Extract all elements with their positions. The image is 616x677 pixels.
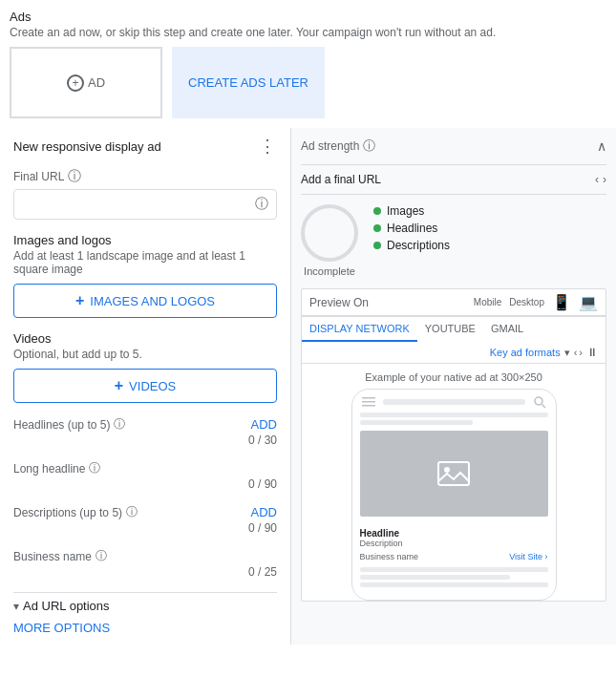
- svg-rect-2: [362, 405, 375, 407]
- svg-point-3: [535, 397, 542, 405]
- final-url-input[interactable]: ⓘ: [13, 189, 277, 220]
- ads-section-title: Ads: [10, 10, 606, 24]
- strength-content: Incomplete Images Headlines Descriptions: [301, 204, 606, 277]
- descriptions-add-link[interactable]: ADD: [251, 505, 277, 519]
- key-formats-row: Key ad formats ▾ ‹ › ⏸: [302, 342, 605, 364]
- arrow-left-icon[interactable]: ‹: [595, 173, 599, 186]
- incomplete-label: Incomplete: [304, 265, 355, 277]
- page: Ads Create an ad now, or skip this step …: [0, 0, 616, 645]
- final-url-row: Add a final URL ‹ ›: [301, 164, 606, 195]
- format-arrow-right[interactable]: ›: [579, 347, 583, 358]
- long-headline-field: Long headline ⓘ 0 / 90: [13, 460, 277, 491]
- svg-rect-0: [362, 397, 375, 399]
- phone-bottom-line-2: [360, 575, 511, 580]
- panel-header: New responsive display ad ⋮: [13, 138, 277, 155]
- checklist-descriptions-label: Descriptions: [387, 239, 450, 252]
- long-headline-help-icon: ⓘ: [89, 460, 100, 476]
- tab-youtube[interactable]: YOUTUBE: [417, 317, 483, 342]
- phone-bottom-line-3: [360, 582, 548, 587]
- preview-on-label: Preview On: [309, 296, 369, 309]
- headlines-label: Headlines (up to 5) ⓘ: [13, 416, 125, 433]
- final-url-label: Final URL ⓘ: [13, 168, 277, 185]
- images-logos-button[interactable]: + IMAGES AND LOGOS: [13, 284, 277, 318]
- long-headline-label: Long headline ⓘ: [13, 460, 100, 476]
- ad-url-options[interactable]: ▾ Ad URL options: [13, 599, 277, 613]
- business-name-label: Business name ⓘ: [13, 548, 107, 564]
- new-ad-box[interactable]: + AD: [10, 47, 162, 118]
- image-placeholder-icon: [436, 456, 471, 491]
- checklist-images-label: Images: [387, 204, 424, 218]
- mobile-label: Mobile: [474, 297, 501, 307]
- more-options-icon[interactable]: ⋮: [259, 138, 277, 155]
- phone-line-1: [360, 413, 548, 417]
- ad-strength-help-icon: ⓘ: [363, 138, 375, 155]
- ad-box-label: AD: [88, 75, 105, 90]
- url-nav-arrows[interactable]: ‹ ›: [595, 173, 606, 186]
- input-help-icon: ⓘ: [255, 196, 268, 213]
- headlines-field: Headlines (up to 5) ⓘ ADD 0 / 30: [13, 416, 277, 447]
- phone-footer: Business name Visit Site ›: [352, 548, 556, 561]
- tab-gmail[interactable]: GMAIL: [483, 317, 531, 342]
- key-formats-label[interactable]: Key ad formats: [490, 347, 561, 358]
- videos-label: Videos: [13, 331, 277, 346]
- ads-section-subtitle: Create an ad now, or skip this step and …: [10, 26, 606, 39]
- ad-strength-label: Ad strength ⓘ: [301, 138, 375, 155]
- phone-content-lines: [352, 413, 556, 425]
- desktop-icon[interactable]: 💻: [579, 293, 598, 311]
- tab-display-network[interactable]: DISPLAY NETWORK: [302, 317, 417, 342]
- svg-point-6: [444, 467, 450, 473]
- long-headline-count: 0 / 90: [248, 477, 277, 491]
- phone-cta[interactable]: Visit Site ›: [509, 552, 547, 561]
- dot-descriptions: [373, 242, 381, 249]
- dot-headlines: [373, 224, 381, 232]
- ad-strength-header: Ad strength ⓘ ∧: [301, 138, 606, 155]
- headlines-help-icon: ⓘ: [114, 416, 125, 433]
- ad-url-options-label: Ad URL options: [23, 599, 110, 613]
- checklist-item-images: Images: [373, 204, 450, 218]
- device-icons: Mobile Desktop 📱 💻: [474, 293, 598, 311]
- descriptions-label: Descriptions (up to 5) ⓘ: [13, 504, 138, 520]
- ad-type-selector: + AD CREATE ADS LATER: [0, 47, 616, 128]
- strength-circle: [301, 204, 358, 262]
- pause-icon[interactable]: ⏸: [586, 346, 598, 359]
- divider: [13, 592, 277, 593]
- images-label: Images and logos: [13, 233, 277, 247]
- dot-images: [373, 207, 381, 215]
- network-tabs: DISPLAY NETWORK YOUTUBE GMAIL: [302, 316, 605, 342]
- strength-circle-wrap: Incomplete: [301, 204, 358, 277]
- strength-checklist: Images Headlines Descriptions: [373, 204, 450, 256]
- phone-business-name: Business name: [360, 552, 419, 561]
- checklist-item-headlines: Headlines: [373, 222, 450, 235]
- svg-rect-1: [362, 401, 375, 403]
- business-name-help-icon: ⓘ: [96, 548, 107, 564]
- top-header: Ads Create an ad now, or skip this step …: [0, 10, 616, 47]
- phone-image-placeholder: [360, 431, 548, 517]
- business-name-row: Business name ⓘ: [13, 548, 277, 564]
- phone-mockup: Headline Description Business name Visit…: [351, 389, 557, 601]
- create-later-box[interactable]: CREATE ADS LATER: [172, 47, 325, 118]
- final-url-help-icon[interactable]: ⓘ: [68, 168, 81, 185]
- main-content: New responsive display ad ⋮ Final URL ⓘ …: [0, 128, 616, 645]
- mobile-icon[interactable]: 📱: [552, 293, 571, 311]
- videos-button[interactable]: + VIDEOS: [13, 369, 277, 403]
- menu-icon: [362, 395, 375, 409]
- headlines-row: Headlines (up to 5) ⓘ ADD: [13, 416, 277, 433]
- collapse-icon[interactable]: ∧: [597, 138, 606, 154]
- more-options-link[interactable]: MORE OPTIONS: [13, 621, 277, 635]
- headlines-add-link[interactable]: ADD: [251, 417, 277, 432]
- videos-button-label: VIDEOS: [129, 379, 176, 393]
- format-arrow-left[interactable]: ‹: [574, 347, 578, 358]
- phone-line-2: [360, 420, 473, 425]
- business-name-count: 0 / 25: [248, 565, 277, 579]
- arrow-right-icon[interactable]: ›: [603, 173, 606, 186]
- format-nav-arrows: ‹ ›: [574, 347, 583, 358]
- images-sublabel: Add at least 1 landscape image and at le…: [13, 249, 277, 276]
- phone-bottom-lines: [352, 561, 556, 587]
- preview-tabs-row: Preview On Mobile Desktop 📱 💻: [302, 289, 605, 316]
- key-formats-dropdown-icon[interactable]: ▾: [564, 347, 570, 359]
- preview-section: Preview On Mobile Desktop 📱 💻 DISPLAY NE…: [301, 288, 606, 602]
- videos-plus-icon: +: [115, 377, 123, 394]
- images-section: Images and logos Add at least 1 landscap…: [13, 233, 277, 318]
- phone-bottom-line-1: [360, 567, 548, 572]
- final-url-field: Final URL ⓘ ⓘ: [13, 168, 277, 220]
